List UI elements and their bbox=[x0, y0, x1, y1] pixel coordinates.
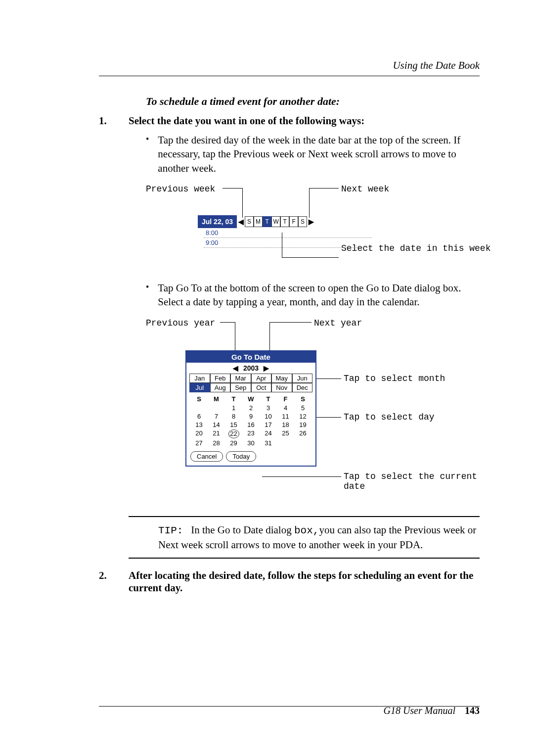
tip-top-rule bbox=[129, 516, 480, 517]
bullet-dot-icon: • bbox=[146, 133, 149, 175]
page-number: 143 bbox=[465, 705, 480, 716]
calendar-day[interactable]: 28 bbox=[208, 439, 225, 447]
month-cell[interactable]: Feb bbox=[210, 374, 231, 383]
step-2-number: 2. bbox=[99, 569, 109, 594]
month-cell[interactable]: Oct bbox=[251, 383, 272, 392]
dow-cell: T bbox=[260, 395, 277, 403]
weekday-cell[interactable]: W bbox=[271, 216, 280, 227]
calendar-day bbox=[294, 439, 312, 447]
label-next-week: Next week bbox=[341, 184, 389, 194]
calendar-day[interactable]: 5 bbox=[294, 404, 312, 412]
calendar-day[interactable]: 19 bbox=[294, 421, 312, 429]
calendar-day[interactable]: 23 bbox=[242, 429, 260, 439]
month-cell[interactable]: Jun bbox=[292, 374, 313, 383]
weekday-cell[interactable]: S bbox=[245, 216, 254, 227]
tip-block: TIP: In the Go to Date dialog box,you ca… bbox=[158, 523, 478, 553]
page-footer: G18 User Manual 143 bbox=[383, 705, 480, 716]
calendar-day bbox=[277, 439, 294, 447]
time-row[interactable]: 9:00 bbox=[204, 238, 372, 248]
calendar-day[interactable]: 14 bbox=[208, 421, 225, 429]
weekday-cells: S M T W T F S bbox=[245, 215, 307, 228]
step-1-bullet-2: • Tap Go To at the bottom of the screen … bbox=[146, 281, 480, 309]
month-cell[interactable]: May bbox=[271, 374, 292, 383]
calendar-day[interactable]: 30 bbox=[242, 439, 260, 447]
tip-bottom-rule bbox=[129, 558, 480, 559]
calendar-day[interactable]: 1 bbox=[225, 404, 242, 412]
calendar-day[interactable]: 12 bbox=[294, 412, 312, 421]
bullet-1-text: Tap the desired day of the week in the d… bbox=[158, 133, 480, 175]
calendar-day[interactable]: 27 bbox=[190, 439, 208, 447]
tip-pre: In the Go to Date dialog bbox=[191, 524, 294, 536]
calendar-day[interactable]: 13 bbox=[190, 421, 208, 429]
prev-year-arrow-icon[interactable]: ◀ bbox=[233, 364, 238, 372]
calendar-day[interactable]: 18 bbox=[277, 421, 294, 429]
section-subhead: To schedule a timed event for another da… bbox=[146, 95, 480, 108]
dialog-title: Go To Date bbox=[186, 351, 315, 363]
date-bar: Jul 22, 03 ◀ S M T W T F S ▶ 8:00 9:00 bbox=[198, 215, 381, 248]
calendar-day[interactable]: 2 bbox=[242, 404, 260, 412]
weekday-cell[interactable]: T bbox=[280, 216, 289, 227]
header-rule bbox=[99, 76, 480, 76]
month-cell[interactable]: Aug bbox=[210, 383, 231, 392]
bullet-2-text: Tap Go To at the bottom of the screen to… bbox=[158, 281, 480, 309]
dow-header: S M T W T F S bbox=[186, 394, 315, 404]
step-2-text: After locating the desired date, follow … bbox=[129, 569, 480, 594]
next-week-arrow-icon[interactable]: ▶ bbox=[307, 215, 315, 228]
calendar-day[interactable]: 7 bbox=[208, 412, 225, 421]
calendar-day[interactable]: 15 bbox=[225, 421, 242, 429]
label-tap-day: Tap to select day bbox=[344, 412, 435, 422]
month-cell[interactable]: Sep bbox=[230, 383, 251, 392]
month-cell[interactable]: Apr bbox=[251, 374, 272, 383]
calendar-day-selected[interactable]: 22 bbox=[225, 429, 242, 439]
label-next-year: Next year bbox=[314, 318, 362, 328]
calendar-day[interactable]: 17 bbox=[260, 421, 277, 429]
calendar-day[interactable]: 6 bbox=[190, 412, 208, 421]
step-1-bullet-1: • Tap the desired day of the week in the… bbox=[146, 133, 480, 175]
month-cell[interactable]: Dec bbox=[292, 383, 313, 392]
calendar-day[interactable]: 24 bbox=[260, 429, 277, 439]
dow-cell: M bbox=[208, 395, 225, 403]
step-1-text: Select the date you want in one of the f… bbox=[129, 115, 480, 127]
calendar-day[interactable]: 11 bbox=[277, 412, 294, 421]
calendar-day[interactable]: 10 bbox=[260, 412, 277, 421]
calendar-day bbox=[208, 404, 225, 412]
step-2: 2. After locating the desired date, foll… bbox=[99, 569, 480, 594]
current-date-chip: Jul 22, 03 bbox=[198, 215, 237, 228]
today-button[interactable]: Today bbox=[226, 451, 256, 462]
calendar-day[interactable]: 20 bbox=[190, 429, 208, 439]
calendar-week-row: 12345 bbox=[186, 404, 315, 412]
year-selector: ◀ 2003 ▶ bbox=[186, 363, 315, 374]
calendar-day[interactable]: 8 bbox=[225, 412, 242, 421]
calendar-day[interactable]: 29 bbox=[225, 439, 242, 447]
month-cell[interactable]: Jan bbox=[189, 374, 210, 383]
calendar-week-row: 6789101112 bbox=[186, 412, 315, 421]
calendar-day[interactable]: 3 bbox=[260, 404, 277, 412]
label-tap-month: Tap to select month bbox=[344, 374, 445, 383]
prev-week-arrow-icon[interactable]: ◀ bbox=[237, 215, 245, 228]
label-previous-week: Previous week bbox=[146, 184, 215, 194]
calendar-day[interactable]: 25 bbox=[277, 429, 294, 439]
calendar-week-row: 20212223242526 bbox=[186, 429, 315, 439]
month-cell-selected[interactable]: Jul bbox=[189, 383, 210, 392]
calendar-day[interactable]: 16 bbox=[242, 421, 260, 429]
weekday-cell[interactable]: F bbox=[289, 216, 298, 227]
weekday-cell[interactable]: S bbox=[298, 216, 307, 227]
calendar-day[interactable]: 31 bbox=[260, 439, 277, 447]
calendar-day[interactable]: 26 bbox=[294, 429, 312, 439]
label-tap-today: Tap to select the current date bbox=[344, 472, 480, 491]
label-previous-year: Previous year bbox=[146, 318, 215, 328]
time-row[interactable]: 8:00 bbox=[204, 228, 372, 238]
month-cell[interactable]: Mar bbox=[230, 374, 251, 383]
weekday-cell-selected[interactable]: T bbox=[263, 216, 271, 227]
month-cell[interactable]: Nov bbox=[271, 383, 292, 392]
cancel-button[interactable]: Cancel bbox=[190, 451, 223, 462]
calendar-day[interactable]: 9 bbox=[242, 412, 260, 421]
calendar-week-row: 13141516171819 bbox=[186, 421, 315, 429]
calendar-day[interactable]: 21 bbox=[208, 429, 225, 439]
year-value: 2003 bbox=[243, 364, 259, 372]
calendar-week-row: 2728293031 bbox=[186, 439, 315, 447]
weekday-cell[interactable]: M bbox=[254, 216, 263, 227]
calendar-day[interactable]: 4 bbox=[277, 404, 294, 412]
running-head: Using the Date Book bbox=[99, 59, 480, 72]
next-year-arrow-icon[interactable]: ▶ bbox=[264, 364, 269, 372]
